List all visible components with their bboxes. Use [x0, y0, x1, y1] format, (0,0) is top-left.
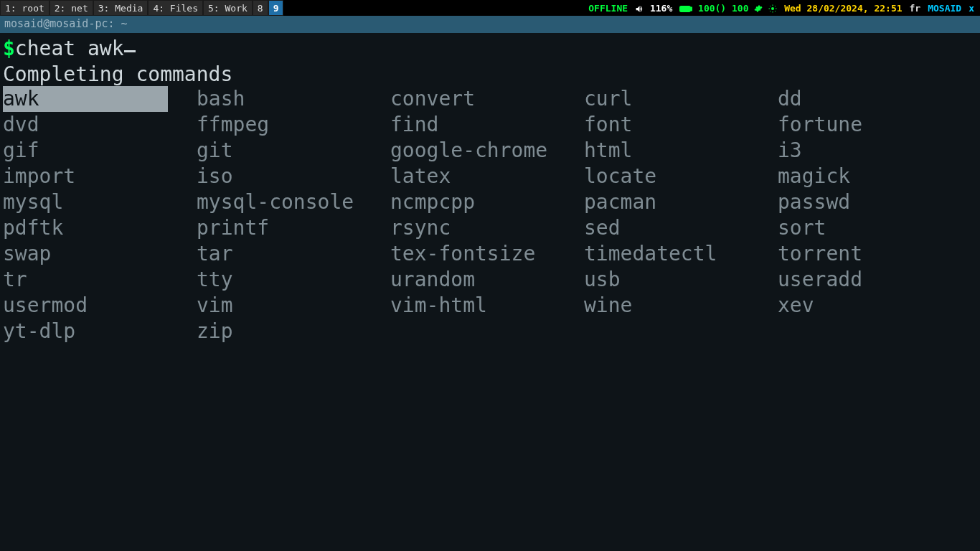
completion-item[interactable]: vim-html: [390, 293, 584, 319]
completion-item[interactable]: pacman: [584, 189, 778, 215]
completion-item[interactable]: pdftk: [3, 215, 197, 241]
completion-item[interactable]: dd: [778, 86, 971, 112]
completion-item[interactable]: tar: [197, 241, 390, 267]
status-bar: 1: root2: net3: Media4: Files5: Work89 O…: [0, 0, 980, 16]
completion-item[interactable]: yt-dlp: [3, 319, 197, 344]
completion-item[interactable]: rsync: [390, 215, 584, 241]
completion-item[interactable]: torrent: [778, 241, 971, 267]
window-title: mosaid@mosaid-pc: ~: [4, 17, 128, 30]
window-titlebar: mosaid@mosaid-pc: ~: [0, 16, 980, 33]
text-cursor: [124, 50, 136, 52]
workspace-4[interactable]: 4: Files: [148, 0, 203, 16]
svg-rect-0: [680, 6, 690, 11]
completion-item[interactable]: convert: [390, 86, 584, 112]
workspace-7[interactable]: 9: [268, 0, 284, 16]
datetime: Wed 28/02/2024, 22:51: [784, 3, 902, 14]
completion-item[interactable]: latex: [390, 164, 584, 189]
completion-item[interactable]: fortune: [778, 112, 971, 138]
completion-item[interactable]: mysql-console: [197, 189, 390, 215]
svg-rect-1: [691, 7, 692, 11]
workspace-3[interactable]: 3: Media: [93, 0, 149, 16]
completion-item[interactable]: locate: [584, 164, 778, 189]
brightness-icon: [768, 4, 777, 13]
completion-item[interactable]: ffmpeg: [197, 112, 390, 138]
prompt-line: $cheat awk: [3, 36, 977, 62]
completion-item[interactable]: sed: [584, 215, 778, 241]
completion-item[interactable]: git: [197, 138, 390, 164]
terminal-window: mosaid@mosaid-pc: ~ $cheat awk Completin…: [0, 16, 980, 551]
completion-item[interactable]: dvd: [3, 112, 197, 138]
completion-item[interactable]: curl: [584, 86, 778, 112]
completion-item[interactable]: useradd: [778, 267, 971, 293]
completion-item[interactable]: mysql: [3, 189, 197, 215]
hostname-tag: MOSAID: [928, 3, 961, 14]
completion-item[interactable]: xev: [778, 293, 971, 319]
svg-line-10: [775, 6, 776, 6]
workspace-1[interactable]: 1: root: [0, 0, 50, 16]
completion-item[interactable]: timedatectl: [584, 241, 778, 267]
completion-item[interactable]: i3: [778, 138, 971, 164]
battery-indicator: 100() 100: [679, 3, 777, 14]
terminal-area[interactable]: $cheat awk Completing commands awkbashco…: [0, 33, 980, 347]
completion-item[interactable]: google-chrome: [390, 138, 584, 164]
svg-line-9: [770, 11, 771, 11]
bar-close-button[interactable]: x: [969, 3, 974, 14]
completion-item[interactable]: awk: [3, 86, 197, 112]
completion-item[interactable]: import: [3, 164, 197, 189]
status-area: OFFLINE 116% 100() 100 Wed 28/02/2024, 2…: [588, 3, 980, 14]
completion-item[interactable]: font: [584, 112, 778, 138]
svg-line-7: [770, 6, 771, 6]
completion-grid: awkbashconvertcurldddvdffmpegfindfontfor…: [3, 86, 977, 344]
completion-item[interactable]: tex-fontsize: [390, 241, 584, 267]
completion-item[interactable]: find: [390, 112, 584, 138]
net-status: OFFLINE: [588, 3, 628, 14]
prompt-symbol: $: [3, 37, 15, 60]
svg-line-8: [775, 11, 776, 11]
speaker-icon: [635, 4, 644, 14]
completion-item[interactable]: zip: [197, 319, 390, 344]
completion-item[interactable]: passwd: [778, 189, 971, 215]
completion-item[interactable]: magick: [778, 164, 971, 189]
completion-item[interactable]: sort: [778, 215, 971, 241]
completion-item[interactable]: html: [584, 138, 778, 164]
completion-header: Completing commands: [3, 62, 977, 88]
completion-item[interactable]: swap: [3, 241, 197, 267]
completion-item[interactable]: iso: [197, 164, 390, 189]
completion-item[interactable]: usb: [584, 267, 778, 293]
completion-item[interactable]: vim: [197, 293, 390, 319]
completion-item[interactable]: gif: [3, 138, 197, 164]
workspace-5[interactable]: 5: Work: [203, 0, 253, 16]
workspace-list: 1: root2: net3: Media4: Files5: Work89: [0, 0, 283, 16]
workspace-6[interactable]: 8: [253, 0, 268, 16]
completion-item[interactable]: tr: [3, 267, 197, 293]
completion-item[interactable]: printf: [197, 215, 390, 241]
gear-icon: [754, 4, 763, 13]
completion-item[interactable]: wine: [584, 293, 778, 319]
keyboard-layout: fr: [910, 3, 921, 14]
battery-icon: [679, 5, 692, 13]
completion-item[interactable]: bash: [197, 86, 390, 112]
completion-item[interactable]: usermod: [3, 293, 197, 319]
completion-item[interactable]: tty: [197, 267, 390, 293]
volume-indicator: 116%: [635, 3, 672, 14]
completion-item[interactable]: urandom: [390, 267, 584, 293]
svg-point-2: [771, 7, 774, 10]
workspace-2[interactable]: 2: net: [50, 0, 93, 16]
command-text: cheat awk: [15, 37, 124, 60]
completion-item[interactable]: ncmpcpp: [390, 189, 584, 215]
